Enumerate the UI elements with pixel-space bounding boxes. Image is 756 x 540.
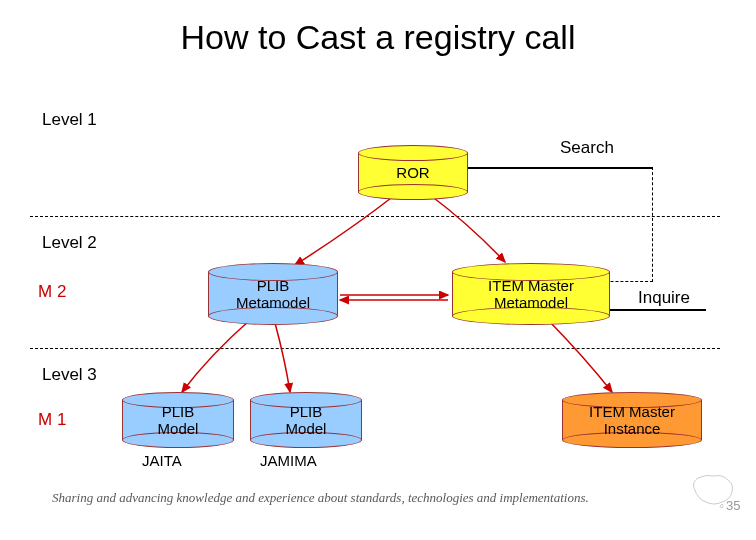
search-dashed-down xyxy=(652,167,653,282)
slide-title: How to Cast a registry call xyxy=(0,0,756,57)
plib-model-2-cylinder: PLIB Model xyxy=(250,392,362,448)
arrows-layer xyxy=(0,0,756,540)
search-label: Search xyxy=(560,138,614,158)
plib-metamodel-cylinder: PLIB Metamodel xyxy=(208,263,338,325)
item-instance-cylinder: ITEM Master Instance xyxy=(562,392,702,448)
plib-model-2-text: PLIB Model xyxy=(250,403,362,438)
search-line xyxy=(465,167,653,169)
ror-text: ROR xyxy=(358,164,468,181)
item-meta-text: ITEM Master Metamodel xyxy=(452,277,610,312)
level-3-label: Level 3 xyxy=(42,365,97,385)
footer-text: Sharing and advancing knowledge and expe… xyxy=(52,490,589,506)
australia-map-icon xyxy=(688,470,738,510)
item-metamodel-cylinder: ITEM Master Metamodel xyxy=(452,263,610,325)
ror-cylinder: ROR xyxy=(358,145,468,200)
m1-label: M 1 xyxy=(38,410,66,430)
dashed-divider-1 xyxy=(30,216,720,217)
plib-model-1-cylinder: PLIB Model xyxy=(122,392,234,448)
dashed-divider-2 xyxy=(30,348,720,349)
plib-model-1-text: PLIB Model xyxy=(122,403,234,438)
jaita-label: JAITA xyxy=(142,452,182,469)
plib-meta-text: PLIB Metamodel xyxy=(208,277,338,312)
jamima-label: JAMIMA xyxy=(260,452,317,469)
inquire-label: Inquire xyxy=(638,288,690,308)
m2-label: M 2 xyxy=(38,282,66,302)
inquire-line xyxy=(608,309,706,311)
level-2-label: Level 2 xyxy=(42,233,97,253)
item-instance-text: ITEM Master Instance xyxy=(562,403,702,438)
level-1-label: Level 1 xyxy=(42,110,97,130)
